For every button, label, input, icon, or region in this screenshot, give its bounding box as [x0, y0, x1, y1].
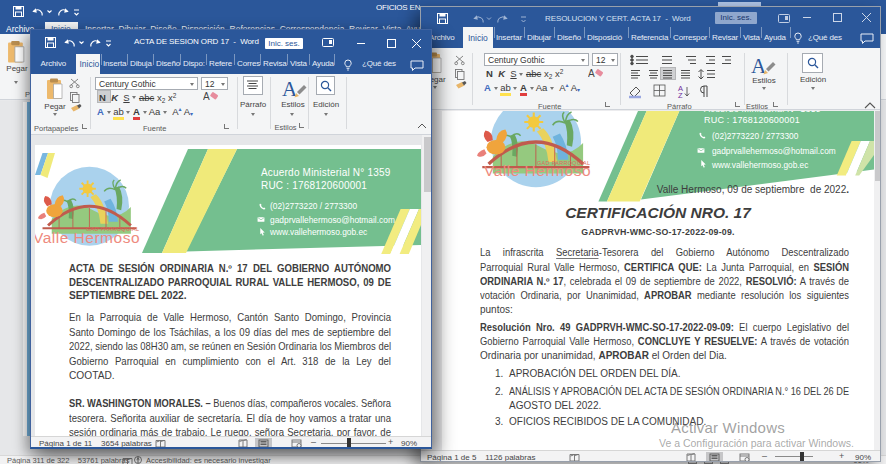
svg-text:A: A: [203, 91, 210, 102]
svg-text:Z: Z: [678, 91, 683, 99]
svg-text:A: A: [588, 68, 595, 79]
